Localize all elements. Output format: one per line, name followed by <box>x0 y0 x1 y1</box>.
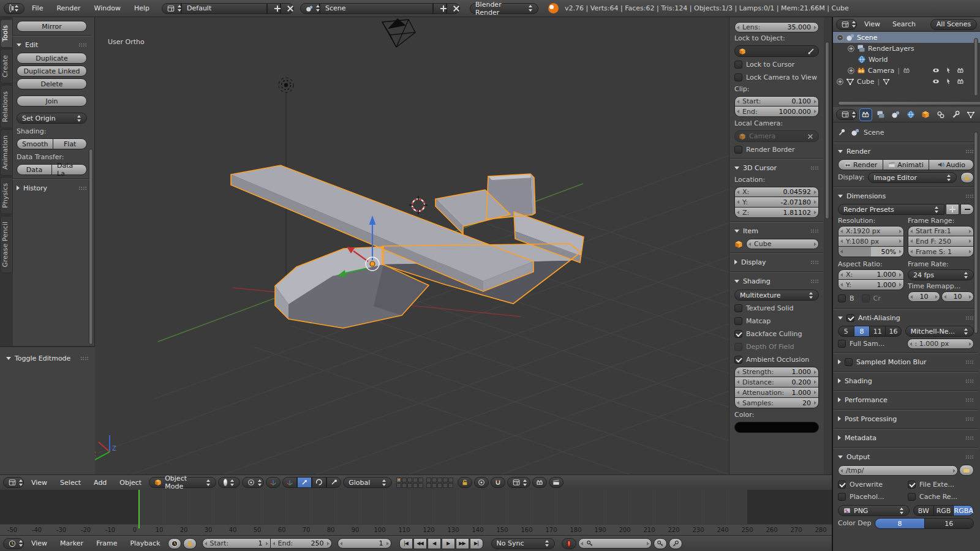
display-panel-header[interactable]: Display <box>734 256 819 268</box>
cursor-z-field[interactable]: Z:1.81102 <box>734 208 819 218</box>
resolution-percent-slider[interactable]: 50% <box>838 247 904 257</box>
local-camera-field[interactable]: Camera <box>734 130 819 142</box>
menu-add[interactable]: Add <box>88 479 112 487</box>
current-frame-field[interactable]: 1 <box>337 538 391 549</box>
tab-physics[interactable]: Physics <box>0 177 13 214</box>
camera-object[interactable] <box>382 19 415 47</box>
menu-view[interactable]: View <box>26 539 53 547</box>
expand-icon[interactable]: + <box>848 67 854 74</box>
remap-old-field[interactable]: 10 <box>908 291 940 302</box>
manipulator-toggle[interactable] <box>266 477 281 488</box>
proportional-edit-button[interactable] <box>474 477 489 488</box>
tab-grease-pencil[interactable]: Grease Pencil <box>0 216 13 273</box>
cursor-y-field[interactable]: Y:-2.07180 <box>734 197 819 208</box>
outliner-row-cube[interactable]: + Cube | <box>833 76 980 87</box>
aa-sample-11[interactable]: 11 <box>870 326 886 337</box>
join-button[interactable]: Join <box>17 96 87 107</box>
clear-icon[interactable] <box>807 133 813 140</box>
output-path-field[interactable]: /tmp/ <box>838 465 958 476</box>
shading-panel-header[interactable]: Shading <box>734 275 819 287</box>
editor-type-button[interactable] <box>4 3 24 14</box>
orientation-select[interactable]: Global <box>343 477 392 488</box>
depth-of-field-checkbox[interactable] <box>734 343 742 351</box>
translate-manipulator-button[interactable] <box>297 477 312 488</box>
tab-scene[interactable] <box>889 108 902 121</box>
preset-remove-button[interactable] <box>960 204 974 215</box>
set-origin-menu[interactable]: Set Origin <box>17 113 87 124</box>
file-format-select[interactable]: PNG <box>838 505 910 516</box>
item-panel-header[interactable]: Item <box>734 225 819 237</box>
tab-create[interactable]: Create <box>0 49 13 84</box>
resolution-x-field[interactable]: X:1920 px <box>838 226 904 236</box>
selectability-pointer-icon[interactable] <box>944 78 952 85</box>
matcap-checkbox[interactable] <box>734 317 742 325</box>
frame-start-field[interactable]: Start:1 <box>202 538 271 549</box>
previous-keyframe-button[interactable]: ◀◀ <box>413 538 427 549</box>
clip-end-field[interactable]: End:1000.000 <box>734 107 819 117</box>
tab-render-layers[interactable] <box>875 108 888 121</box>
pin-icon[interactable] <box>838 128 846 137</box>
editor-type-button[interactable] <box>3 477 24 488</box>
aa-samples-buttons[interactable]: 5 8 11 16 <box>838 326 902 337</box>
drag-grip-icon[interactable] <box>78 186 87 190</box>
expand-icon[interactable]: + <box>848 45 854 52</box>
duplicate-linked-button[interactable]: Duplicate Linked <box>17 66 87 77</box>
render-animation-button[interactable]: Animati <box>883 159 929 170</box>
menu-file[interactable]: File <box>26 4 49 12</box>
selectability-pointer-icon[interactable] <box>944 67 952 74</box>
menu-window[interactable]: Window <box>88 4 127 12</box>
render-engine-select[interactable]: Blender Render <box>470 3 538 14</box>
mode-rgba[interactable]: RGBA <box>954 505 974 516</box>
outliner-vscrollbar[interactable] <box>974 38 978 96</box>
output-panel-header[interactable]: Output <box>838 451 974 463</box>
outliner-row-world[interactable]: World <box>833 54 980 65</box>
use-preview-range-button[interactable] <box>168 538 181 549</box>
editor-type-button[interactable] <box>3 538 24 549</box>
eyedropper-icon[interactable] <box>807 48 815 55</box>
frame-end-field[interactable]: End:250 <box>271 538 332 549</box>
data-transfer-data-button[interactable]: Data <box>17 164 52 175</box>
visibility-eye-icon[interactable] <box>932 78 940 85</box>
ao-color-swatch[interactable] <box>734 422 819 433</box>
lamp-object[interactable] <box>279 78 293 92</box>
lens-field[interactable]: Lens:35.000 <box>734 22 819 32</box>
ao-samples-field[interactable]: Samples:20 <box>734 398 819 408</box>
timeline-ruler[interactable]: -50-40-30-20-100102030405060708090100110… <box>0 524 832 535</box>
layers-widget[interactable] <box>396 478 453 488</box>
outliner-row-renderlayers[interactable]: + RenderLayers <box>833 43 980 54</box>
render-display-select[interactable]: Image Editor <box>868 172 957 183</box>
tab-world[interactable] <box>905 108 918 121</box>
metadata-panel-header[interactable]: Metadata <box>838 432 974 444</box>
mode-rgb[interactable]: RGB <box>934 505 954 516</box>
remap-new-field[interactable]: 10 <box>941 291 974 302</box>
lock-to-scene-button[interactable] <box>458 477 472 488</box>
delete-keyframe-button[interactable] <box>669 538 682 549</box>
insert-keyframe-button[interactable] <box>654 538 667 549</box>
render-panel-header[interactable]: Render <box>838 145 974 157</box>
scene-name[interactable]: Scene <box>320 3 433 14</box>
viewport-3d[interactable]: User Ortho (1) Cube Z X Y Tools Create R… <box>0 17 832 490</box>
shading-panel-header[interactable]: Shading <box>838 375 974 387</box>
visibility-eye-icon[interactable] <box>932 67 940 74</box>
delete-layout-button[interactable] <box>281 3 294 14</box>
pivot-select[interactable] <box>242 477 264 488</box>
file-extensions-checkbox[interactable] <box>908 481 916 489</box>
cursor-panel-header[interactable]: 3D Cursor <box>734 162 819 174</box>
snap-toggle[interactable] <box>491 477 505 488</box>
collapse-icon[interactable]: - <box>837 34 843 41</box>
menu-help[interactable]: Help <box>128 4 156 12</box>
color-depth-buttons[interactable]: 8 16 <box>875 518 974 529</box>
manipulator-axes-button[interactable] <box>282 477 297 488</box>
motion-blur-checkbox[interactable] <box>845 358 853 366</box>
aa-sample-5[interactable]: 5 <box>838 326 854 337</box>
ao-strength-field[interactable]: Strength:1.000 <box>734 367 819 377</box>
delete-button[interactable]: Delete <box>17 78 87 89</box>
frame-start-field[interactable]: Start Fra:1 <box>908 226 974 236</box>
aa-panel-header[interactable]: Anti-Aliasing <box>838 312 974 324</box>
shade-smooth-button[interactable]: Smooth <box>17 138 53 149</box>
tab-relations[interactable]: Relations <box>0 85 13 129</box>
n-panel-scrollbar[interactable] <box>825 42 829 219</box>
keying-set-field[interactable] <box>578 538 652 549</box>
viewport-scene[interactable] <box>95 17 729 474</box>
play-reverse-button[interactable]: ◀ <box>428 538 441 549</box>
